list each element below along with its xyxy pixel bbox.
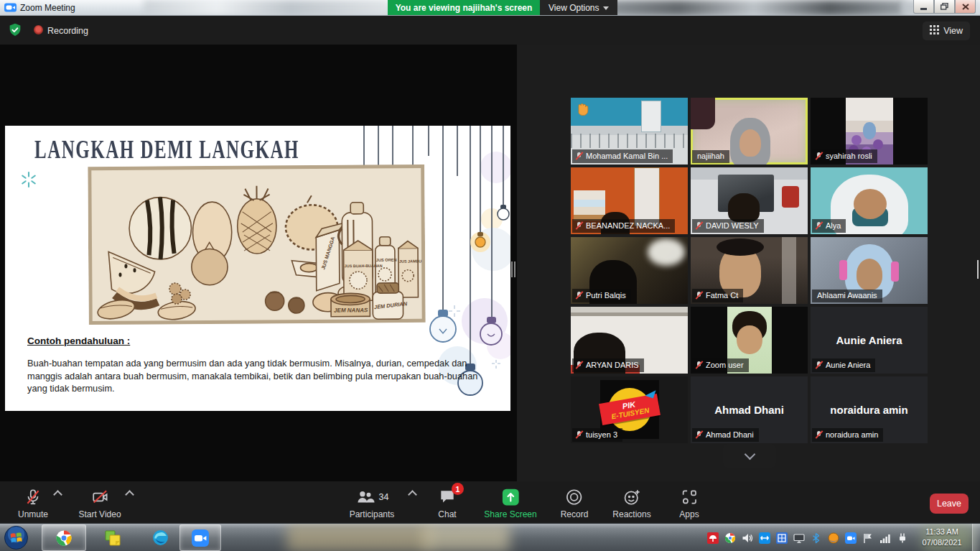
show-desktop-button[interactable] — [972, 524, 980, 551]
zoom-meeting-window: Zoom Meeting You are viewing najiihah's … — [0, 0, 980, 551]
zoom-camera-icon — [4, 2, 17, 13]
unmute-label: Unmute — [18, 509, 48, 519]
participant-name: BEANANDEZ NACKA... — [586, 222, 670, 230]
slide-heading: Contoh pendahuluan : — [27, 335, 130, 346]
reactions-button[interactable]: Reactions — [612, 488, 650, 519]
participant-tile[interactable]: ARYAN DARIS — [571, 307, 688, 374]
participant-gallery: Mohamad Kamal Bin ... najiihah syahirah … — [571, 98, 928, 443]
participant-tile-active-speaker[interactable]: najiihah — [691, 98, 808, 165]
start-button[interactable] — [4, 525, 29, 550]
participants-button[interactable]: 34 Participants — [350, 488, 395, 519]
gallery-next-page-button[interactable] — [723, 444, 776, 468]
clock-date: 07/08/2021 — [918, 537, 966, 548]
participant-tile-video-off[interactable]: Ahmad Dhani Ahmad Dhani — [691, 376, 808, 443]
raised-hand-icon — [575, 101, 591, 117]
muted-mic-icon — [695, 430, 703, 439]
taskbar-chrome-button[interactable] — [42, 524, 86, 551]
share-screen-button[interactable]: Share Screen — [484, 488, 536, 519]
power-tray-icon[interactable] — [896, 532, 908, 544]
zoom-tray-icon[interactable] — [844, 532, 857, 544]
participant-tile[interactable]: Putri Balqis — [571, 237, 688, 304]
participant-tile[interactable]: Fatma Ct — [691, 237, 808, 304]
view-options-button[interactable]: View Options — [540, 0, 617, 16]
unmute-button[interactable]: Unmute — [18, 488, 48, 519]
chat-button[interactable]: 1 Chat — [438, 488, 457, 519]
apps-label: Apps — [679, 509, 699, 519]
glass-blur — [603, 0, 905, 16]
start-video-button[interactable]: Start Video — [78, 488, 121, 519]
participant-tile[interactable]: DAVID WESLY — [691, 167, 808, 234]
participants-label: Participants — [350, 509, 395, 519]
logo-text-bottom: E-TUISYEN — [611, 407, 650, 421]
participant-name: Fatma Ct — [706, 292, 738, 300]
teamviewer-tray-icon[interactable] — [758, 532, 770, 544]
participants-options-chevron[interactable] — [408, 490, 417, 499]
participant-name: ARYAN DARIS — [586, 361, 639, 369]
taskbar-sticky-notes-button[interactable] — [96, 524, 129, 551]
participant-tile[interactable]: syahirah rosli — [811, 98, 928, 165]
record-button[interactable]: Record — [561, 488, 589, 519]
muted-mic-icon — [695, 361, 703, 369]
video-options-chevron[interactable] — [125, 490, 134, 499]
muted-mic-icon — [815, 361, 823, 369]
restore-button[interactable] — [934, 0, 955, 14]
fruit-illustration: JUS MANGGA JUS BUAH-BUAHAN JUS OREN JUS … — [88, 164, 426, 325]
muted-mic-icon — [575, 430, 583, 439]
participant-name: syahirah rosli — [826, 152, 872, 160]
minimize-button[interactable] — [913, 0, 934, 14]
participant-name: Aunie Aniera — [826, 361, 870, 369]
panel-resize-handle[interactable] — [511, 261, 515, 277]
apps-button[interactable]: Apps — [679, 488, 699, 519]
participant-tile[interactable]: Ahlaami Awaanis — [811, 237, 928, 304]
chevron-down-icon — [603, 6, 609, 10]
meeting-toolbar: Unmute Start Video 34 Participants 1 Cha… — [0, 481, 980, 523]
participant-tile-video-off[interactable]: noraidura amin noraidura amin — [811, 376, 928, 443]
muted-mic-icon — [815, 152, 823, 160]
display-tray-icon[interactable] — [793, 532, 805, 544]
main-area: LANGKAH DEMI LANGKAH — [0, 45, 980, 481]
chat-label: Chat — [438, 509, 456, 519]
sparkle-decoration — [21, 172, 37, 187]
ime-tray-icon[interactable] — [775, 532, 788, 544]
label-jus-oren: JUS OREN — [376, 258, 397, 262]
muted-mic-icon — [575, 152, 583, 160]
participant-name: najiihah — [697, 152, 724, 160]
volume-tray-icon[interactable] — [741, 532, 753, 544]
participant-tile[interactable]: Zoom user — [691, 307, 808, 374]
participant-name: Ahmad Dhani — [706, 431, 754, 439]
wallpaper-glow — [287, 524, 431, 551]
security-tray-icon[interactable] — [827, 532, 839, 544]
leave-button[interactable]: Leave — [930, 494, 969, 514]
taskbar-clock[interactable]: 11:33 AM 07/08/2021 — [918, 527, 966, 549]
participant-tile[interactable]: Mohamad Kamal Bin ... — [571, 98, 688, 165]
gallery-view-button[interactable]: View — [923, 22, 970, 40]
recording-indicator-icon — [34, 25, 43, 34]
participant-name: Putri Balqis — [586, 292, 626, 300]
bluetooth-tray-icon[interactable] — [810, 532, 822, 544]
windows-taskbar: 11:33 AM 07/08/2021 — [0, 523, 980, 551]
taskbar-zoom-button[interactable] — [179, 524, 221, 551]
antivirus-tray-icon[interactable] — [706, 532, 719, 544]
participant-tile[interactable]: PIK E-TUISYEN tuisyen 3 — [571, 376, 688, 443]
audio-options-chevron[interactable] — [53, 490, 62, 499]
glass-blur — [144, 0, 388, 16]
viewing-banner-text: You are viewing najiihah's screen — [396, 3, 533, 13]
participant-tile[interactable]: Alya — [811, 167, 928, 234]
muted-mic-icon — [815, 221, 823, 230]
chrome-tray-icon[interactable] — [724, 532, 736, 544]
security-shield-icon[interactable] — [7, 22, 23, 38]
recording-label: Recording — [47, 26, 88, 36]
close-button[interactable] — [955, 0, 976, 14]
wallpaper-glow — [424, 524, 510, 551]
participant-name: Mohamad Kamal Bin ... — [586, 152, 668, 160]
reactions-label: Reactions — [612, 509, 650, 519]
taskbar-edge-button[interactable] — [142, 524, 178, 551]
window-title: Zoom Meeting — [20, 3, 75, 13]
action-center-flag-icon[interactable] — [862, 532, 874, 544]
muted-mic-icon — [575, 361, 583, 369]
participant-tile-video-off[interactable]: Aunie Aniera Aunie Aniera — [811, 307, 928, 374]
participant-name: Ahlaami Awaanis — [817, 292, 877, 300]
network-tray-icon[interactable] — [879, 532, 891, 544]
clock-time: 11:33 AM — [918, 527, 966, 537]
participant-tile[interactable]: BEANANDEZ NACKA... — [571, 167, 688, 234]
